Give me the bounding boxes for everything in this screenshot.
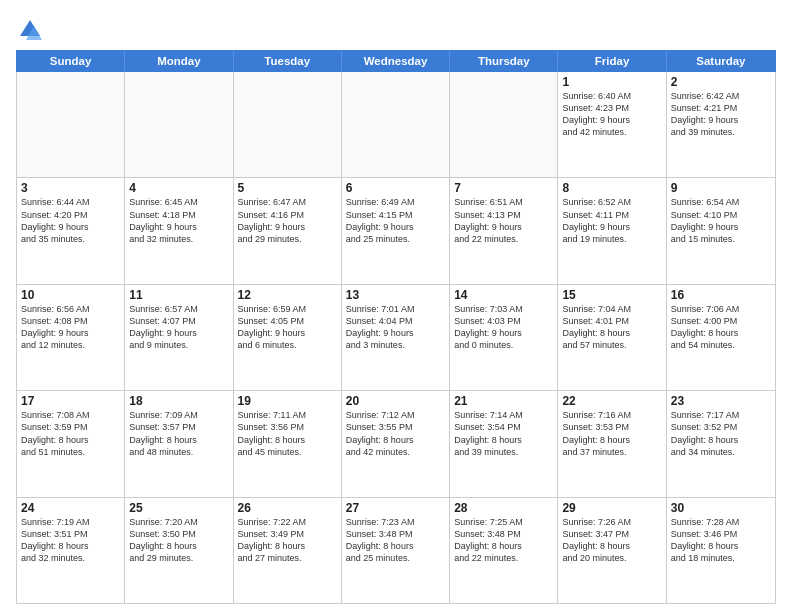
day-number: 13	[346, 288, 445, 302]
day-cell-7: 7Sunrise: 6:51 AM Sunset: 4:13 PM Daylig…	[450, 178, 558, 283]
calendar-header: SundayMondayTuesdayWednesdayThursdayFrid…	[16, 50, 776, 72]
cell-text: Sunrise: 7:12 AM Sunset: 3:55 PM Dayligh…	[346, 409, 445, 458]
day-number: 22	[562, 394, 661, 408]
day-cell-16: 16Sunrise: 7:06 AM Sunset: 4:00 PM Dayli…	[667, 285, 775, 390]
cell-text: Sunrise: 7:01 AM Sunset: 4:04 PM Dayligh…	[346, 303, 445, 352]
day-cell-17: 17Sunrise: 7:08 AM Sunset: 3:59 PM Dayli…	[17, 391, 125, 496]
day-number: 1	[562, 75, 661, 89]
cell-text: Sunrise: 6:54 AM Sunset: 4:10 PM Dayligh…	[671, 196, 771, 245]
page: SundayMondayTuesdayWednesdayThursdayFrid…	[0, 0, 792, 612]
cell-text: Sunrise: 6:56 AM Sunset: 4:08 PM Dayligh…	[21, 303, 120, 352]
cell-text: Sunrise: 7:04 AM Sunset: 4:01 PM Dayligh…	[562, 303, 661, 352]
day-cell-2: 2Sunrise: 6:42 AM Sunset: 4:21 PM Daylig…	[667, 72, 775, 177]
header-day-wednesday: Wednesday	[342, 51, 450, 71]
cell-text: Sunrise: 7:25 AM Sunset: 3:48 PM Dayligh…	[454, 516, 553, 565]
day-cell-8: 8Sunrise: 6:52 AM Sunset: 4:11 PM Daylig…	[558, 178, 666, 283]
day-cell-25: 25Sunrise: 7:20 AM Sunset: 3:50 PM Dayli…	[125, 498, 233, 603]
cell-text: Sunrise: 7:20 AM Sunset: 3:50 PM Dayligh…	[129, 516, 228, 565]
calendar-row-3: 17Sunrise: 7:08 AM Sunset: 3:59 PM Dayli…	[17, 391, 775, 497]
calendar: SundayMondayTuesdayWednesdayThursdayFrid…	[16, 50, 776, 604]
day-number: 27	[346, 501, 445, 515]
cell-text: Sunrise: 6:51 AM Sunset: 4:13 PM Dayligh…	[454, 196, 553, 245]
day-number: 10	[21, 288, 120, 302]
header-day-monday: Monday	[125, 51, 233, 71]
logo-icon	[16, 16, 44, 44]
day-cell-10: 10Sunrise: 6:56 AM Sunset: 4:08 PM Dayli…	[17, 285, 125, 390]
cell-text: Sunrise: 7:06 AM Sunset: 4:00 PM Dayligh…	[671, 303, 771, 352]
day-cell-1: 1Sunrise: 6:40 AM Sunset: 4:23 PM Daylig…	[558, 72, 666, 177]
cell-text: Sunrise: 6:59 AM Sunset: 4:05 PM Dayligh…	[238, 303, 337, 352]
day-cell-15: 15Sunrise: 7:04 AM Sunset: 4:01 PM Dayli…	[558, 285, 666, 390]
day-cell-14: 14Sunrise: 7:03 AM Sunset: 4:03 PM Dayli…	[450, 285, 558, 390]
header-day-tuesday: Tuesday	[234, 51, 342, 71]
day-number: 30	[671, 501, 771, 515]
day-number: 3	[21, 181, 120, 195]
day-number: 23	[671, 394, 771, 408]
cell-text: Sunrise: 6:44 AM Sunset: 4:20 PM Dayligh…	[21, 196, 120, 245]
day-number: 26	[238, 501, 337, 515]
day-cell-5: 5Sunrise: 6:47 AM Sunset: 4:16 PM Daylig…	[234, 178, 342, 283]
empty-cell	[125, 72, 233, 177]
cell-text: Sunrise: 7:16 AM Sunset: 3:53 PM Dayligh…	[562, 409, 661, 458]
cell-text: Sunrise: 6:45 AM Sunset: 4:18 PM Dayligh…	[129, 196, 228, 245]
day-number: 2	[671, 75, 771, 89]
empty-cell	[342, 72, 450, 177]
empty-cell	[17, 72, 125, 177]
header-day-saturday: Saturday	[667, 51, 775, 71]
day-number: 9	[671, 181, 771, 195]
cell-text: Sunrise: 7:28 AM Sunset: 3:46 PM Dayligh…	[671, 516, 771, 565]
day-number: 29	[562, 501, 661, 515]
day-cell-23: 23Sunrise: 7:17 AM Sunset: 3:52 PM Dayli…	[667, 391, 775, 496]
calendar-row-2: 10Sunrise: 6:56 AM Sunset: 4:08 PM Dayli…	[17, 285, 775, 391]
header-day-sunday: Sunday	[17, 51, 125, 71]
cell-text: Sunrise: 7:14 AM Sunset: 3:54 PM Dayligh…	[454, 409, 553, 458]
day-cell-13: 13Sunrise: 7:01 AM Sunset: 4:04 PM Dayli…	[342, 285, 450, 390]
header	[16, 12, 776, 44]
cell-text: Sunrise: 7:09 AM Sunset: 3:57 PM Dayligh…	[129, 409, 228, 458]
day-number: 24	[21, 501, 120, 515]
day-cell-18: 18Sunrise: 7:09 AM Sunset: 3:57 PM Dayli…	[125, 391, 233, 496]
cell-text: Sunrise: 7:08 AM Sunset: 3:59 PM Dayligh…	[21, 409, 120, 458]
day-cell-26: 26Sunrise: 7:22 AM Sunset: 3:49 PM Dayli…	[234, 498, 342, 603]
cell-text: Sunrise: 7:26 AM Sunset: 3:47 PM Dayligh…	[562, 516, 661, 565]
day-number: 11	[129, 288, 228, 302]
cell-text: Sunrise: 7:22 AM Sunset: 3:49 PM Dayligh…	[238, 516, 337, 565]
logo	[16, 16, 48, 44]
day-number: 4	[129, 181, 228, 195]
day-number: 7	[454, 181, 553, 195]
cell-text: Sunrise: 6:52 AM Sunset: 4:11 PM Dayligh…	[562, 196, 661, 245]
day-number: 12	[238, 288, 337, 302]
day-cell-12: 12Sunrise: 6:59 AM Sunset: 4:05 PM Dayli…	[234, 285, 342, 390]
day-cell-9: 9Sunrise: 6:54 AM Sunset: 4:10 PM Daylig…	[667, 178, 775, 283]
day-number: 15	[562, 288, 661, 302]
header-day-friday: Friday	[558, 51, 666, 71]
day-cell-6: 6Sunrise: 6:49 AM Sunset: 4:15 PM Daylig…	[342, 178, 450, 283]
day-cell-19: 19Sunrise: 7:11 AM Sunset: 3:56 PM Dayli…	[234, 391, 342, 496]
day-number: 18	[129, 394, 228, 408]
cell-text: Sunrise: 6:57 AM Sunset: 4:07 PM Dayligh…	[129, 303, 228, 352]
day-cell-22: 22Sunrise: 7:16 AM Sunset: 3:53 PM Dayli…	[558, 391, 666, 496]
day-cell-24: 24Sunrise: 7:19 AM Sunset: 3:51 PM Dayli…	[17, 498, 125, 603]
calendar-row-4: 24Sunrise: 7:19 AM Sunset: 3:51 PM Dayli…	[17, 498, 775, 603]
day-number: 6	[346, 181, 445, 195]
cell-text: Sunrise: 7:19 AM Sunset: 3:51 PM Dayligh…	[21, 516, 120, 565]
day-cell-29: 29Sunrise: 7:26 AM Sunset: 3:47 PM Dayli…	[558, 498, 666, 603]
day-number: 28	[454, 501, 553, 515]
day-number: 19	[238, 394, 337, 408]
day-number: 16	[671, 288, 771, 302]
header-day-thursday: Thursday	[450, 51, 558, 71]
cell-text: Sunrise: 6:40 AM Sunset: 4:23 PM Dayligh…	[562, 90, 661, 139]
day-cell-27: 27Sunrise: 7:23 AM Sunset: 3:48 PM Dayli…	[342, 498, 450, 603]
day-number: 21	[454, 394, 553, 408]
cell-text: Sunrise: 6:49 AM Sunset: 4:15 PM Dayligh…	[346, 196, 445, 245]
day-cell-30: 30Sunrise: 7:28 AM Sunset: 3:46 PM Dayli…	[667, 498, 775, 603]
day-number: 17	[21, 394, 120, 408]
cell-text: Sunrise: 7:17 AM Sunset: 3:52 PM Dayligh…	[671, 409, 771, 458]
calendar-row-1: 3Sunrise: 6:44 AM Sunset: 4:20 PM Daylig…	[17, 178, 775, 284]
cell-text: Sunrise: 6:47 AM Sunset: 4:16 PM Dayligh…	[238, 196, 337, 245]
day-number: 25	[129, 501, 228, 515]
cell-text: Sunrise: 7:11 AM Sunset: 3:56 PM Dayligh…	[238, 409, 337, 458]
day-cell-28: 28Sunrise: 7:25 AM Sunset: 3:48 PM Dayli…	[450, 498, 558, 603]
cell-text: Sunrise: 6:42 AM Sunset: 4:21 PM Dayligh…	[671, 90, 771, 139]
day-cell-3: 3Sunrise: 6:44 AM Sunset: 4:20 PM Daylig…	[17, 178, 125, 283]
